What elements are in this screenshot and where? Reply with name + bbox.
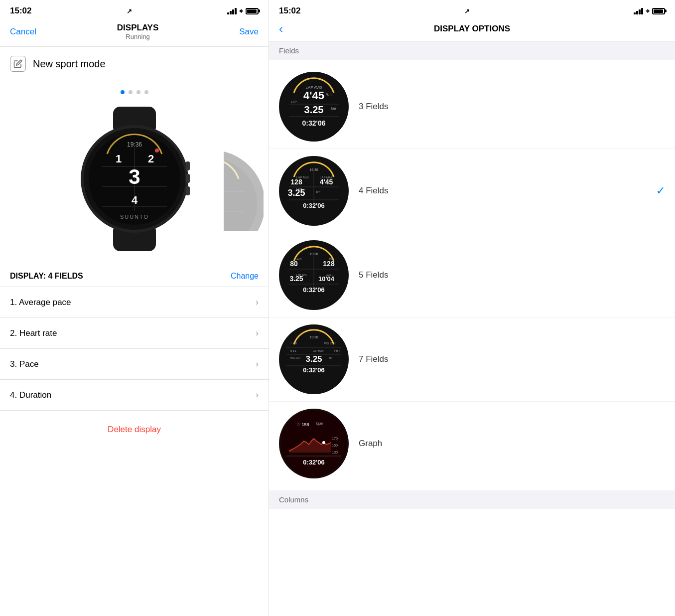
right-battery-icon — [652, 8, 665, 14]
svg-text:1: 1 — [115, 153, 121, 165]
nav-title: DISPLAYS Running — [117, 23, 158, 40]
field-label-4: 4. Duration — [10, 390, 51, 400]
save-button[interactable]: Save — [239, 27, 259, 37]
left-nav-bar: Cancel DISPLAYS Running Save — [0, 19, 269, 47]
svg-text:3: 3 — [129, 165, 140, 188]
field-list: 1. Average pace › 2. Heart rate › 3. Pac… — [0, 287, 269, 411]
left-status-bar: 15:02 ↗ ⌖ — [0, 0, 269, 19]
svg-text:m 3.1: m 3.1 — [290, 349, 296, 352]
svg-text:3.25: 3.25 — [304, 104, 324, 115]
option-label-4fields: 4 Fields — [359, 186, 646, 196]
svg-text:19:36: 19:36 — [309, 335, 318, 339]
right-signal-bars — [634, 8, 643, 14]
svg-text:SUUNTO: SUUNTO — [120, 214, 148, 220]
chevron-right-icon-2: › — [256, 328, 259, 338]
svg-text:4'45: 4'45 — [320, 178, 333, 186]
wifi-icon: ⌖ — [239, 7, 243, 15]
option-4fields[interactable]: 19:36 LAP AVG 128 LAP MAX 4'45 3.25 km L… — [269, 149, 675, 233]
svg-text:0:32'06: 0:32'06 — [303, 459, 325, 466]
svg-point-9 — [155, 149, 159, 153]
edit-icon — [10, 56, 26, 72]
svg-text:170: 170 — [332, 437, 338, 440]
svg-rect-6 — [186, 186, 190, 195]
field-label-2: 2. Heart rate — [10, 328, 57, 338]
svg-text:80: 80 — [290, 260, 298, 268]
svg-text:80↑: 80↑ — [329, 356, 333, 359]
svg-rect-5 — [186, 174, 190, 183]
main-watch-svg: 19:36 1 2 3 4 SUUNTO — [77, 107, 192, 251]
change-button[interactable]: Change — [231, 272, 259, 281]
left-panel: 15:02 ↗ ⌖ Cancel DISPLAYS Running Save — [0, 0, 269, 616]
field-item-2[interactable]: 2. Heart rate › — [0, 318, 269, 349]
svg-text:0:32'06: 0:32'06 — [303, 286, 325, 294]
svg-text:19:36: 19:36 — [309, 168, 318, 171]
left-status-icons: ⌖ — [227, 7, 259, 15]
svg-rect-4 — [186, 161, 190, 170]
chevron-right-icon-4: › — [256, 390, 259, 400]
field-item-3[interactable]: 3. Pace › — [0, 349, 269, 380]
option-graph[interactable]: ♡ 158 bpm 170 150 130 0:32'06 — [269, 402, 675, 485]
svg-text:128: 128 — [323, 260, 335, 268]
svg-text:0:32'06: 0:32'06 — [302, 119, 326, 127]
nav-title-main: DISPLAYS — [117, 23, 158, 33]
field-label-1: 1. Average pace — [10, 298, 71, 308]
svg-text:/km: /km — [326, 93, 331, 96]
option-5fields[interactable]: 19:36 ♡ AVG 80 AVG 128 LAP AVG 3.25 AVG … — [269, 233, 675, 317]
page-dots — [0, 81, 269, 99]
columns-section-header: Columns — [269, 490, 675, 509]
watch-display-area: 19:36 1 2 3 4 SUUNTO 19 — [0, 99, 269, 264]
right-nav-title: DISPLAY OPTIONS — [434, 24, 510, 34]
svg-text:♡ 128: ♡ 128 — [290, 342, 297, 345]
svg-text:10'04: 10'04 — [318, 275, 335, 283]
option-label-graph: Graph — [359, 439, 665, 449]
nav-title-sub: Running — [117, 33, 158, 40]
svg-text:19:36: 19:36 — [127, 141, 141, 148]
battery-icon — [246, 8, 259, 14]
svg-text:LAP: LAP — [296, 187, 302, 190]
option-7fields[interactable]: 19:36 ♡ 128 AVG 132♡ m 3.1 LAP MAX 4'45 … — [269, 317, 675, 402]
svg-text:150: 150 — [332, 444, 338, 447]
thumbnail-5fields: 19:36 ♡ AVG 80 AVG 128 LAP AVG 3.25 AVG … — [279, 240, 349, 310]
next-watch-peek: 19 1 3 5 — [224, 132, 264, 231]
svg-text:AVG LAP: AVG LAP — [290, 356, 301, 359]
dot-1[interactable] — [121, 90, 125, 94]
option-label-3fields: 3 Fields — [359, 102, 665, 112]
svg-text:0:32'06: 0:32'06 — [303, 366, 325, 374]
signal-bars — [227, 8, 237, 14]
chevron-right-icon-3: › — [256, 359, 259, 369]
cancel-button[interactable]: Cancel — [10, 27, 36, 37]
selected-checkmark: ✓ — [656, 184, 665, 197]
svg-text:AVG 132♡: AVG 132♡ — [324, 342, 336, 345]
delete-display-button[interactable]: Delete display — [0, 411, 269, 449]
right-wifi-icon: ⌖ — [646, 7, 650, 15]
svg-text:128: 128 — [290, 178, 302, 186]
option-label-7fields: 7 Fields — [359, 354, 665, 364]
option-list: LAP AVG 4'45 /km LAP 3.25 km 0:32'06 3 F… — [269, 60, 675, 490]
svg-text:4: 4 — [131, 194, 137, 206]
sport-mode-label: New sport mode — [33, 58, 106, 70]
back-button[interactable]: ‹ — [279, 23, 283, 35]
right-time: 15:02 — [279, 6, 300, 16]
right-nav-bar: ‹ DISPLAY OPTIONS — [269, 19, 675, 41]
display-title: DISPLAY: 4 FIELDS — [10, 272, 83, 281]
thumbnail-graph: ♡ 158 bpm 170 150 130 0:32'06 — [279, 409, 349, 478]
option-label-5fields: 5 Fields — [359, 270, 665, 280]
svg-text:km: km — [316, 190, 320, 193]
option-3fields[interactable]: LAP AVG 4'45 /km LAP 3.25 km 0:32'06 3 F… — [269, 65, 675, 149]
location-icon: ↗ — [127, 7, 132, 15]
field-item-1[interactable]: 1. Average pace › — [0, 287, 269, 318]
svg-text:4'45: 4'45 — [303, 89, 324, 102]
chevron-right-icon-1: › — [256, 297, 259, 308]
svg-text:2: 2 — [147, 153, 153, 165]
field-item-4[interactable]: 4. Duration › — [0, 380, 269, 411]
display-header: DISPLAY: 4 FIELDS Change — [0, 264, 269, 287]
dot-4[interactable] — [144, 90, 148, 94]
right-status-bar: 15:02 ↗ ⌖ — [269, 0, 675, 19]
sport-mode-row[interactable]: New sport mode — [0, 47, 269, 81]
left-time: 15:02 — [10, 6, 31, 16]
svg-text:♡ 158: ♡ 158 — [296, 422, 309, 427]
svg-text:19:36: 19:36 — [309, 252, 318, 256]
dot-3[interactable] — [136, 90, 140, 94]
svg-text:bpm: bpm — [316, 422, 323, 426]
dot-2[interactable] — [129, 90, 133, 94]
